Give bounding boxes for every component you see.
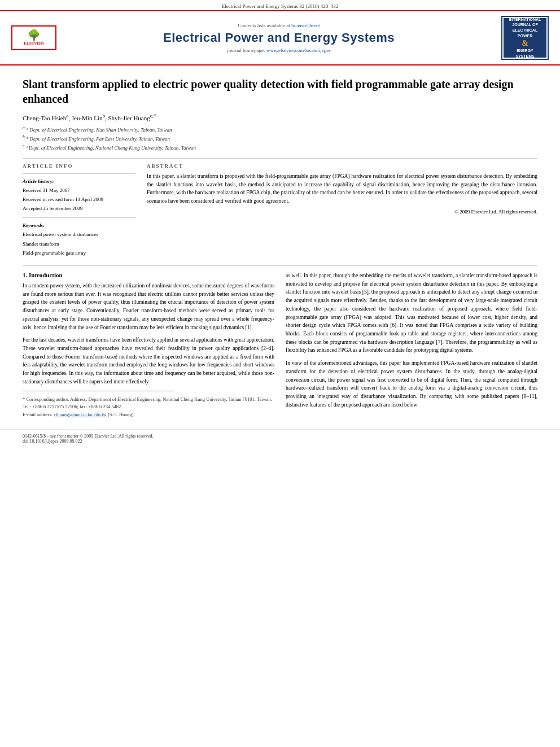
elsevier-logo: 🌳 ELSEVIER — [11, 25, 56, 50]
affiliation-b: b ᵇ Dept. of Electrical Engineering, Far… — [23, 134, 537, 143]
article-body: Slant transform applied to electric powe… — [0, 65, 560, 430]
keyword-2: Slantlet transform — [23, 239, 135, 248]
footnote-email-link[interactable]: clhuang@mail.ncku.edu.tw — [54, 412, 107, 417]
elsevier-tree-icon: 🌳 — [28, 29, 40, 41]
page: Electrical Power and Energy Systems 32 (… — [0, 0, 560, 747]
article-info-title: ARTICLE INFO — [23, 163, 135, 169]
journal-title: Electrical Power and Energy Systems — [68, 30, 490, 45]
article-info-col: ARTICLE INFO Article history: Received 3… — [23, 163, 135, 257]
section1-heading: 1. Introduction — [23, 272, 274, 278]
body-col-left: 1. Introduction In a modern power system… — [23, 272, 274, 418]
footer-doi: doi:10.1016/j.ijepes.2009.09.022 — [23, 439, 537, 444]
accepted-date: Accepted 25 September 2009 — [23, 204, 135, 213]
copyright: © 2009 Elsevier Ltd. All rights reserved… — [147, 209, 537, 215]
journal-logo: INTERNATIONALJOURNAL OFELECTRICALPOWER &… — [501, 16, 549, 60]
body-col-right: as well. In this paper, through the embe… — [286, 272, 537, 418]
divider-kw — [23, 217, 135, 218]
keywords-label: Keywords: — [23, 222, 135, 228]
footer-issn: 0142-0615/$ – see front matter © 2009 El… — [23, 434, 537, 439]
keyword-3: Field-programmable gate array — [23, 248, 135, 257]
body-para2: For the last decades, wavelet transforms… — [23, 336, 274, 386]
revised-date: Received in revised form 13 April 2009 — [23, 195, 135, 204]
footer: 0142-0615/$ – see front matter © 2009 El… — [0, 430, 560, 446]
elsevier-logo-text: ELSEVIER — [15, 41, 53, 46]
footnote-star: * Corresponding author. Address: Departm… — [23, 396, 274, 411]
logo-ampersand: & — [522, 39, 528, 48]
divider-2 — [23, 265, 537, 266]
affiliation-c: c ᶜ Dept. of Electrical Engineering, Nat… — [23, 143, 537, 152]
authors: Cheng-Tao Hsieha, Jeu-Min Linb, Shyh-Jie… — [23, 113, 537, 121]
footnote-divider — [23, 391, 174, 391]
footnote-email: E-mail address: clhuang@mail.ncku.edu.tw… — [23, 411, 274, 419]
keyword-1: Electrical power system disturbances — [23, 230, 135, 239]
logo-line1: INTERNATIONALJOURNAL OFELECTRICALPOWER — [509, 17, 541, 39]
abstract-title: ABSTRACT — [147, 163, 537, 169]
body-para1: In a modern power system, with the incre… — [23, 282, 274, 331]
history-label: Article history: — [23, 178, 135, 184]
citation-text: Electrical Power and Energy Systems 32 (… — [222, 3, 339, 9]
right-para1: as well. In this paper, through the embe… — [286, 272, 537, 355]
right-para2: In view of the aforementioned advantages… — [286, 359, 537, 409]
citation-bar: Electrical Power and Energy Systems 32 (… — [0, 0, 560, 10]
logo-line2: ENERGYSYSTEMS — [515, 48, 534, 59]
sciencedirect-link[interactable]: ScienceDirect — [291, 23, 320, 28]
journal-homepage: journal homepage: www.elsevier.com/locat… — [68, 47, 490, 53]
header-center: Contents lists available at ScienceDirec… — [56, 23, 501, 53]
divider-info — [23, 173, 135, 174]
article-info-abstract: ARTICLE INFO Article history: Received 3… — [23, 163, 537, 257]
article-dates: Received 31 May 2007 Received in revised… — [23, 186, 135, 213]
divider-1 — [23, 158, 537, 159]
article-title: Slant transform applied to electric powe… — [23, 77, 537, 106]
abstract-text: In this paper, a slantlet transform is p… — [147, 172, 537, 206]
main-body: 1. Introduction In a modern power system… — [23, 272, 537, 418]
author-cheng-tao: Cheng-Tao Hsieha, Jeu-Min Linb, Shyh-Jie… — [23, 115, 156, 121]
affiliation-a: a ᵃ Dept. of Electrical Engineering, Kun… — [23, 125, 537, 134]
homepage-link[interactable]: www.elsevier.com/locate/ijepes — [266, 47, 331, 53]
abstract-col: ABSTRACT In this paper, a slantlet trans… — [147, 163, 537, 257]
received-date: Received 31 May 2007 — [23, 186, 135, 195]
sciencedirect-line: Contents lists available at ScienceDirec… — [68, 23, 490, 28]
journal-header: 🌳 ELSEVIER Contents lists available at S… — [0, 10, 560, 65]
affiliations: a ᵃ Dept. of Electrical Engineering, Kun… — [23, 125, 537, 152]
